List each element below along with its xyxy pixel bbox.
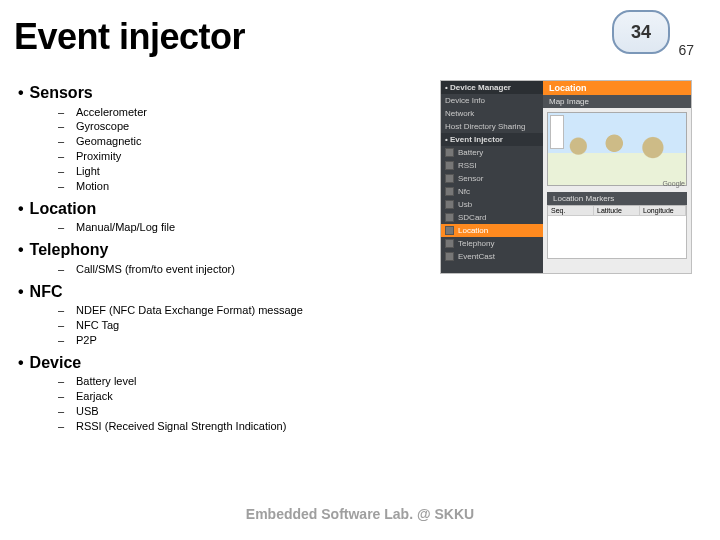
sub-bullet: –RSSI (Received Signal Strength Indicati… bbox=[58, 419, 438, 434]
tree-item-icon bbox=[445, 239, 454, 248]
markers-section-title: Location Markers bbox=[547, 192, 687, 205]
tree-item-label: Battery bbox=[458, 148, 483, 157]
sub-bullet-group: –Battery level–Earjack–USB–RSSI (Receive… bbox=[58, 374, 438, 433]
sub-bullet-group: –Accelerometer–Gyroscope–Geomagnetic–Pro… bbox=[58, 105, 438, 194]
dash-icon: – bbox=[58, 374, 66, 389]
map-zoom-control bbox=[550, 115, 564, 149]
screenshot-event-injector: • Device Manager Device InfoNetworkHost … bbox=[440, 80, 692, 274]
sub-bullet: –Manual/Map/Log file bbox=[58, 220, 438, 235]
page-subnumber: 67 bbox=[678, 42, 694, 58]
tree-item-label: Sensor bbox=[458, 174, 483, 183]
map-image bbox=[547, 112, 687, 186]
tree-item-label: Usb bbox=[458, 200, 472, 209]
sub-bullet: –NFC Tag bbox=[58, 318, 438, 333]
shot-panel-label: Map Image bbox=[543, 95, 691, 108]
tree-item: EventCast bbox=[441, 250, 543, 263]
sub-bullet-text: RSSI (Received Signal Strength Indicatio… bbox=[76, 419, 286, 434]
sub-bullet: –P2P bbox=[58, 333, 438, 348]
sub-bullet: –Motion bbox=[58, 179, 438, 194]
sub-bullet-text: Accelerometer bbox=[76, 105, 147, 120]
markers-table-body bbox=[548, 216, 686, 258]
bullet-label: Telephony bbox=[30, 239, 109, 261]
tree-item-icon bbox=[445, 200, 454, 209]
bullet-list: •Sensors–Accelerometer–Gyroscope–Geomagn… bbox=[18, 78, 438, 436]
sub-bullet-text: Battery level bbox=[76, 374, 137, 389]
bullet-dot-icon: • bbox=[18, 352, 24, 374]
bullet-dot-icon: • bbox=[18, 198, 24, 220]
dash-icon: – bbox=[58, 164, 66, 179]
dash-icon: – bbox=[58, 262, 66, 277]
sub-bullet-text: Manual/Map/Log file bbox=[76, 220, 175, 235]
sub-bullet-group: –Manual/Map/Log file bbox=[58, 220, 438, 235]
bullet-level1: •Telephony bbox=[18, 239, 438, 261]
dash-icon: – bbox=[58, 404, 66, 419]
bullet-label: Location bbox=[30, 198, 97, 220]
bullet-dot-icon: • bbox=[18, 239, 24, 261]
shot-right-panel: Location Map Image Google Location Marke… bbox=[543, 81, 691, 273]
shot-left-subheader: • Event Injector bbox=[441, 133, 543, 146]
sub-bullet: –Light bbox=[58, 164, 438, 179]
sub-bullet: –Gyroscope bbox=[58, 119, 438, 134]
tree-item: Telephony bbox=[441, 237, 543, 250]
tree-item-label: Location bbox=[458, 226, 488, 235]
tree-item-icon bbox=[445, 187, 454, 196]
tree-item: Location bbox=[441, 224, 543, 237]
sub-bullet-group: –Call/SMS (from/to event injector) bbox=[58, 262, 438, 277]
sub-bullet-text: Motion bbox=[76, 179, 109, 194]
dash-icon: – bbox=[58, 318, 66, 333]
dash-icon: – bbox=[58, 303, 66, 318]
tree-item-label: EventCast bbox=[458, 252, 495, 261]
col-lat: Latitude bbox=[594, 206, 640, 215]
footer-text: Embedded Software Lab. @ SKKU bbox=[0, 506, 720, 522]
dash-icon: – bbox=[58, 105, 66, 120]
tree-item: Host Directory Sharing bbox=[441, 120, 543, 133]
dash-icon: – bbox=[58, 220, 66, 235]
bullet-level1: •Device bbox=[18, 352, 438, 374]
sub-bullet-text: Geomagnetic bbox=[76, 134, 141, 149]
dash-icon: – bbox=[58, 333, 66, 348]
bullet-level1: •Sensors bbox=[18, 82, 438, 104]
tree-item-icon bbox=[445, 174, 454, 183]
sub-bullet-text: Gyroscope bbox=[76, 119, 129, 134]
dash-icon: – bbox=[58, 179, 66, 194]
bullet-level1: •Location bbox=[18, 198, 438, 220]
sub-bullet-text: NFC Tag bbox=[76, 318, 119, 333]
shot-left-tree: • Device Manager Device InfoNetworkHost … bbox=[441, 81, 543, 273]
bullet-label: Sensors bbox=[30, 82, 93, 104]
page-number-badge: 34 bbox=[612, 10, 670, 54]
dash-icon: – bbox=[58, 149, 66, 164]
shot-right-title: Location bbox=[543, 81, 691, 95]
sub-bullet-text: Light bbox=[76, 164, 100, 179]
page-title: Event injector bbox=[14, 16, 245, 58]
sub-bullet-text: Earjack bbox=[76, 389, 113, 404]
markers-table: Seq. Latitude Longitude bbox=[547, 205, 687, 259]
tree-item-icon bbox=[445, 226, 454, 235]
tree-item: Sensor bbox=[441, 172, 543, 185]
sub-bullet: –NDEF (NFC Data Exchange Format) message bbox=[58, 303, 438, 318]
tree-item-label: Nfc bbox=[458, 187, 470, 196]
tree-item: Device Info bbox=[441, 94, 543, 107]
map-provider-logo: Google bbox=[662, 180, 685, 187]
sub-bullet: –USB bbox=[58, 404, 438, 419]
col-seq: Seq. bbox=[548, 206, 594, 215]
sub-bullet: –Proximity bbox=[58, 149, 438, 164]
tree-item-icon bbox=[445, 148, 454, 157]
bullet-dot-icon: • bbox=[18, 281, 24, 303]
sub-bullet-text: P2P bbox=[76, 333, 97, 348]
col-lon: Longitude bbox=[640, 206, 686, 215]
shot-left-header: • Device Manager bbox=[441, 81, 543, 94]
dash-icon: – bbox=[58, 119, 66, 134]
sub-bullet: –Geomagnetic bbox=[58, 134, 438, 149]
tree-item-icon bbox=[445, 252, 454, 261]
dash-icon: – bbox=[58, 389, 66, 404]
tree-item-icon bbox=[445, 161, 454, 170]
tree-item: Usb bbox=[441, 198, 543, 211]
sub-bullet-text: USB bbox=[76, 404, 99, 419]
sub-bullet: –Battery level bbox=[58, 374, 438, 389]
bullet-label: Device bbox=[30, 352, 82, 374]
tree-item: RSSI bbox=[441, 159, 543, 172]
sub-bullet: –Accelerometer bbox=[58, 105, 438, 120]
dash-icon: – bbox=[58, 419, 66, 434]
tree-item-label: Telephony bbox=[458, 239, 494, 248]
markers-table-header: Seq. Latitude Longitude bbox=[548, 206, 686, 216]
